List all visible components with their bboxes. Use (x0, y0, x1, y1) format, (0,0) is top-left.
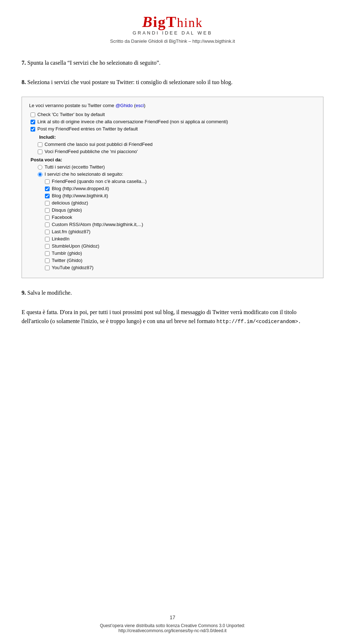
checkbox-link-origin-input[interactable] (31, 120, 35, 124)
checkbox-twitter: Twitter (Ghido) (29, 258, 316, 263)
final-text1: E questa è fatta. (22, 309, 58, 315)
checkbox-disqus-label: Disqus (ghido) (52, 207, 82, 213)
credit-text: Scritto da Daniele Ghidoli di BigThink – (110, 38, 192, 44)
checkbox-delicious: delicious (ghidoz) (29, 200, 316, 206)
posta-voci-label: Posta voci da: (31, 157, 316, 162)
radio-servizi-selezionati-input[interactable] (38, 172, 42, 177)
checkbox-facebook-input[interactable] (45, 215, 50, 220)
checkbox-youtube-label: YouTube (ghidoz87) (52, 265, 93, 270)
step-8-number: 8. (22, 79, 26, 85)
checkbox-linkedin-input[interactable] (45, 237, 50, 242)
checkbox-stumbleupon-label: StumbleUpon (Ghidoz) (52, 243, 99, 249)
settings-info-line: Le voci verranno postate su Twitter come… (29, 103, 316, 108)
checkbox-post-ff: Post my FriendFeed entries on Twitter by… (29, 126, 316, 132)
checkbox-cc-twitter-label: Check 'Cc Twitter' box by default (37, 112, 105, 117)
page-number: 17 (0, 615, 345, 620)
footer-license: Quest’opera viene distribuita sotto lice… (0, 623, 345, 633)
radio-servizi-selezionati-label: I servizi che ho selezionato di seguito: (45, 171, 123, 177)
checkbox-cc-twitter-input[interactable] (31, 112, 35, 117)
checkbox-linkedin-label: LinkedIn (52, 236, 69, 242)
final-url-format: http://ff.im/<codicerandom>. (216, 319, 301, 325)
checkbox-youtube: YouTube (ghidoz87) (29, 265, 316, 270)
checkbox-custom-rss: Custom RSS/Atom (http://www.bigthink.it,… (29, 222, 316, 227)
checkbox-voci-ff-label: Voci FriendFeed pubbliche che 'mi piacci… (45, 149, 138, 154)
checkbox-blog-dropped-label: Blog (http://www.dropped.it) (52, 186, 109, 191)
at-ghido-link[interactable]: @Ghido (115, 103, 133, 108)
checkbox-custom-rss-label: Custom RSS/Atom (http://www.bigthink.it,… (52, 222, 143, 227)
checkbox-twitter-input[interactable] (45, 258, 50, 263)
radio-tutti-servizi-label: Tutti i servizi (eccetto Twitter) (45, 164, 105, 170)
checkbox-voci-ff-input[interactable] (38, 150, 42, 154)
checkbox-commenti-input[interactable] (38, 142, 42, 147)
checkbox-tumblr-label: Tumblr (ghido) (52, 250, 82, 256)
credit-url[interactable]: http://www.bigthink.it (192, 38, 235, 44)
checkbox-tumblr-input[interactable] (45, 251, 50, 256)
step-7-number: 7. (22, 60, 26, 66)
checkbox-tumblr: Tumblr (ghido) (29, 250, 316, 256)
esci-link[interactable]: esci (135, 103, 144, 108)
radio-tutti-servizi-input[interactable] (38, 165, 42, 170)
step-9: 9. Salva le modifiche. (22, 288, 323, 298)
checkbox-post-ff-input[interactable] (31, 127, 35, 132)
checkbox-delicious-label: delicious (ghidoz) (52, 200, 88, 206)
includi-label: Includi: (31, 134, 316, 140)
checkbox-lastfm-label: Last.fm (ghidoz87) (52, 229, 91, 234)
settings-box: Le voci verranno postate su Twitter come… (22, 97, 323, 278)
checkbox-stumbleupon: StumbleUpon (Ghidoz) (29, 243, 316, 249)
checkbox-post-ff-label: Post my FriendFeed entries on Twitter by… (37, 126, 138, 132)
checkbox-voci-ff: Voci FriendFeed pubbliche che 'mi piacci… (29, 149, 316, 154)
checkbox-blog-dropped-input[interactable] (45, 187, 50, 191)
header-credit: Scritto da Daniele Ghidoli di BigThink –… (22, 38, 323, 44)
checkbox-blog-bigthink-label: Blog (http://www.bigthink.it) (52, 193, 108, 198)
checkbox-friendfeed-label: FriendFeed (quando non c'è alcuna casell… (52, 179, 147, 184)
checkbox-link-origin: Link al sito di origine invece che alla … (29, 119, 316, 124)
checkbox-commenti-label: Commenti che lascio sui post pubblici di… (45, 142, 153, 147)
logo-big: Big (142, 14, 166, 30)
main-content: 7. Spunta la casella “I servizi che ho s… (22, 58, 323, 326)
license-text: Quest’opera viene distribuita sotto lice… (100, 623, 245, 628)
logo-bigthink: BigThink (142, 14, 203, 29)
step-8: 8. Seleziona i servizi che vuoi postare … (22, 78, 323, 87)
step-9-text: Salva le modifiche. (27, 290, 72, 296)
radio-servizi-selezionati: I servizi che ho selezionato di seguito: (29, 171, 316, 177)
checkbox-disqus-input[interactable] (45, 208, 50, 213)
logo-think: Think (166, 14, 203, 30)
checkbox-stumbleupon-input[interactable] (45, 244, 50, 249)
checkbox-commenti: Commenti che lascio sui post pubblici di… (29, 142, 316, 147)
step-7-text: Spunta la casella “I servizi che ho sele… (27, 60, 161, 66)
checkbox-facebook: Facebook (29, 215, 316, 220)
license-url[interactable]: http://creativecommons.org/licenses/by-n… (119, 628, 227, 633)
final-paragraph: E questa è fatta. D'ora in poi, per tutt… (22, 308, 323, 326)
checkbox-disqus: Disqus (ghido) (29, 207, 316, 213)
checkbox-friendfeed-input[interactable] (45, 179, 50, 184)
checkbox-cc-twitter: Check 'Cc Twitter' box by default (29, 112, 316, 117)
logo-container: BigThink GRANDI IDEE DAL WEB (22, 14, 323, 36)
checkbox-blog-bigthink-input[interactable] (45, 194, 50, 198)
page-footer: 17 Quest’opera viene distribuita sotto l… (0, 615, 345, 633)
checkbox-delicious-input[interactable] (45, 201, 50, 206)
radio-tutti-servizi: Tutti i servizi (eccetto Twitter) (29, 164, 316, 170)
checkbox-linkedin: LinkedIn (29, 236, 316, 242)
checkbox-blog-dropped: Blog (http://www.dropped.it) (29, 186, 316, 191)
checkbox-friendfeed: FriendFeed (quando non c'è alcuna casell… (29, 179, 316, 184)
step-7: 7. Spunta la casella “I servizi che ho s… (22, 58, 323, 68)
logo-subtitle: GRANDI IDEE DAL WEB (133, 30, 212, 36)
checkbox-lastfm-input[interactable] (45, 230, 50, 234)
step-8-text: Seleziona i servizi che vuoi postare su … (27, 79, 233, 85)
step-9-number: 9. (22, 290, 26, 296)
checkbox-lastfm: Last.fm (ghidoz87) (29, 229, 316, 234)
checkbox-facebook-label: Facebook (52, 215, 72, 220)
page-header: BigThink GRANDI IDEE DAL WEB Scritto da … (22, 7, 323, 47)
checkbox-twitter-label: Twitter (Ghido) (52, 258, 82, 263)
checkbox-custom-rss-input[interactable] (45, 222, 50, 227)
checkbox-blog-bigthink: Blog (http://www.bigthink.it) (29, 193, 316, 198)
checkbox-youtube-input[interactable] (45, 266, 50, 270)
checkbox-link-origin-label: Link al sito di origine invece che alla … (37, 119, 228, 124)
